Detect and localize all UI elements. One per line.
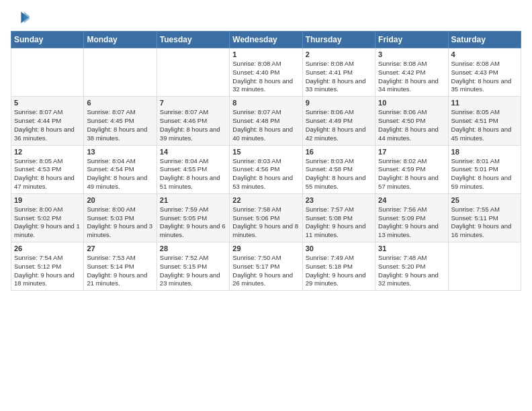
day-info: Sunrise: 8:07 AM Sunset: 4:45 PM Dayligh… (87, 108, 153, 142)
table-row (448, 242, 521, 291)
day-info: Sunrise: 8:04 AM Sunset: 4:54 PM Dayligh… (87, 157, 153, 191)
day-number: 20 (87, 196, 153, 204)
calendar-week-row: 1Sunrise: 8:08 AM Sunset: 4:40 PM Daylig… (11, 48, 521, 97)
table-row: 29Sunrise: 7:50 AM Sunset: 5:17 PM Dayli… (230, 242, 302, 291)
table-row: 24Sunrise: 7:56 AM Sunset: 5:09 PM Dayli… (375, 193, 448, 242)
day-number: 11 (451, 99, 518, 107)
table-row: 27Sunrise: 7:53 AM Sunset: 5:14 PM Dayli… (84, 242, 157, 291)
table-row: 23Sunrise: 7:57 AM Sunset: 5:08 PM Dayli… (302, 193, 375, 242)
day-info: Sunrise: 8:08 AM Sunset: 4:43 PM Dayligh… (451, 60, 518, 94)
table-row: 3Sunrise: 8:08 AM Sunset: 4:42 PM Daylig… (375, 48, 448, 97)
day-info: Sunrise: 7:54 AM Sunset: 5:12 PM Dayligh… (14, 254, 81, 288)
day-number: 2 (306, 50, 372, 58)
day-info: Sunrise: 8:03 AM Sunset: 4:56 PM Dayligh… (232, 157, 299, 191)
table-row: 18Sunrise: 8:01 AM Sunset: 5:01 PM Dayli… (448, 145, 521, 193)
day-info: Sunrise: 7:57 AM Sunset: 5:08 PM Dayligh… (306, 205, 372, 240)
day-info: Sunrise: 7:49 AM Sunset: 5:18 PM Dayligh… (306, 254, 372, 288)
day-info: Sunrise: 8:07 AM Sunset: 4:48 PM Dayligh… (232, 108, 299, 142)
col-tuesday: Tuesday (157, 32, 229, 48)
table-row: 28Sunrise: 7:52 AM Sunset: 5:15 PM Dayli… (157, 242, 229, 291)
day-number: 22 (232, 196, 299, 204)
day-info: Sunrise: 7:50 AM Sunset: 5:17 PM Dayligh… (232, 254, 299, 288)
table-row: 5Sunrise: 8:07 AM Sunset: 4:44 PM Daylig… (11, 97, 84, 145)
day-number: 6 (87, 99, 153, 107)
day-number: 17 (378, 148, 445, 156)
day-info: Sunrise: 7:59 AM Sunset: 5:05 PM Dayligh… (160, 205, 226, 240)
logo (11, 8, 32, 27)
day-info: Sunrise: 8:00 AM Sunset: 5:03 PM Dayligh… (87, 205, 153, 240)
table-row: 13Sunrise: 8:04 AM Sunset: 4:54 PM Dayli… (84, 145, 157, 193)
day-info: Sunrise: 8:01 AM Sunset: 5:01 PM Dayligh… (451, 157, 518, 191)
day-number: 24 (378, 196, 445, 204)
calendar-header-row: Sunday Monday Tuesday Wednesday Thursday… (11, 32, 521, 48)
day-info: Sunrise: 8:00 AM Sunset: 5:02 PM Dayligh… (14, 205, 81, 240)
col-wednesday: Wednesday (230, 32, 302, 48)
day-info: Sunrise: 8:03 AM Sunset: 4:58 PM Dayligh… (306, 157, 372, 191)
day-number: 23 (306, 196, 372, 204)
day-info: Sunrise: 7:52 AM Sunset: 5:15 PM Dayligh… (160, 254, 226, 288)
calendar-table: Sunday Monday Tuesday Wednesday Thursday… (11, 31, 521, 291)
table-row: 2Sunrise: 8:08 AM Sunset: 4:41 PM Daylig… (302, 48, 375, 97)
day-info: Sunrise: 7:48 AM Sunset: 5:20 PM Dayligh… (378, 254, 445, 288)
day-number: 28 (160, 244, 226, 253)
logo-icon (11, 8, 30, 27)
table-row: 22Sunrise: 7:58 AM Sunset: 5:06 PM Dayli… (230, 193, 302, 242)
day-info: Sunrise: 8:08 AM Sunset: 4:40 PM Dayligh… (232, 60, 299, 94)
day-number: 12 (14, 148, 81, 156)
day-info: Sunrise: 7:55 AM Sunset: 5:11 PM Dayligh… (451, 205, 518, 240)
table-row: 12Sunrise: 8:05 AM Sunset: 4:53 PM Dayli… (11, 145, 84, 193)
day-number: 27 (87, 244, 153, 253)
calendar-week-row: 12Sunrise: 8:05 AM Sunset: 4:53 PM Dayli… (11, 145, 521, 193)
calendar-week-row: 26Sunrise: 7:54 AM Sunset: 5:12 PM Dayli… (11, 242, 521, 291)
day-info: Sunrise: 7:58 AM Sunset: 5:06 PM Dayligh… (232, 205, 299, 240)
day-number: 16 (306, 148, 372, 156)
day-number: 31 (378, 244, 445, 253)
day-number: 18 (451, 148, 518, 156)
col-saturday: Saturday (448, 32, 521, 48)
calendar-week-row: 19Sunrise: 8:00 AM Sunset: 5:02 PM Dayli… (11, 193, 521, 242)
day-info: Sunrise: 7:56 AM Sunset: 5:09 PM Dayligh… (378, 205, 445, 240)
table-row: 15Sunrise: 8:03 AM Sunset: 4:56 PM Dayli… (230, 145, 302, 193)
day-number: 25 (451, 196, 518, 204)
day-info: Sunrise: 8:02 AM Sunset: 4:59 PM Dayligh… (378, 157, 445, 191)
day-number: 10 (378, 99, 445, 107)
table-row: 10Sunrise: 8:06 AM Sunset: 4:50 PM Dayli… (375, 97, 448, 145)
table-row: 19Sunrise: 8:00 AM Sunset: 5:02 PM Dayli… (11, 193, 84, 242)
table-row: 16Sunrise: 8:03 AM Sunset: 4:58 PM Dayli… (302, 145, 375, 193)
day-info: Sunrise: 8:05 AM Sunset: 4:51 PM Dayligh… (451, 108, 518, 142)
table-row: 7Sunrise: 8:07 AM Sunset: 4:46 PM Daylig… (157, 97, 229, 145)
table-row: 1Sunrise: 8:08 AM Sunset: 4:40 PM Daylig… (230, 48, 302, 97)
page: Sunday Monday Tuesday Wednesday Thursday… (0, 0, 532, 411)
day-number: 3 (378, 50, 445, 58)
day-number: 7 (160, 99, 226, 107)
table-row: 17Sunrise: 8:02 AM Sunset: 4:59 PM Dayli… (375, 145, 448, 193)
day-number: 4 (451, 50, 518, 58)
day-number: 14 (160, 148, 226, 156)
day-number: 13 (87, 148, 153, 156)
day-number: 8 (232, 99, 299, 107)
table-row (84, 48, 157, 97)
day-number: 30 (306, 244, 372, 253)
col-monday: Monday (84, 32, 157, 48)
table-row: 4Sunrise: 8:08 AM Sunset: 4:43 PM Daylig… (448, 48, 521, 97)
day-number: 26 (14, 244, 81, 253)
day-info: Sunrise: 8:07 AM Sunset: 4:46 PM Dayligh… (160, 108, 226, 142)
col-sunday: Sunday (11, 32, 84, 48)
header (11, 8, 521, 27)
day-info: Sunrise: 8:07 AM Sunset: 4:44 PM Dayligh… (14, 108, 81, 142)
day-number: 29 (232, 244, 299, 253)
table-row: 14Sunrise: 8:04 AM Sunset: 4:55 PM Dayli… (157, 145, 229, 193)
day-info: Sunrise: 7:53 AM Sunset: 5:14 PM Dayligh… (87, 254, 153, 288)
day-info: Sunrise: 8:06 AM Sunset: 4:49 PM Dayligh… (306, 108, 372, 142)
day-number: 9 (306, 99, 372, 107)
day-number: 1 (232, 50, 299, 58)
table-row: 9Sunrise: 8:06 AM Sunset: 4:49 PM Daylig… (302, 97, 375, 145)
day-number: 5 (14, 99, 81, 107)
day-number: 15 (232, 148, 299, 156)
table-row: 25Sunrise: 7:55 AM Sunset: 5:11 PM Dayli… (448, 193, 521, 242)
table-row (157, 48, 229, 97)
table-row (11, 48, 84, 97)
table-row: 31Sunrise: 7:48 AM Sunset: 5:20 PM Dayli… (375, 242, 448, 291)
table-row: 30Sunrise: 7:49 AM Sunset: 5:18 PM Dayli… (302, 242, 375, 291)
table-row: 21Sunrise: 7:59 AM Sunset: 5:05 PM Dayli… (157, 193, 229, 242)
